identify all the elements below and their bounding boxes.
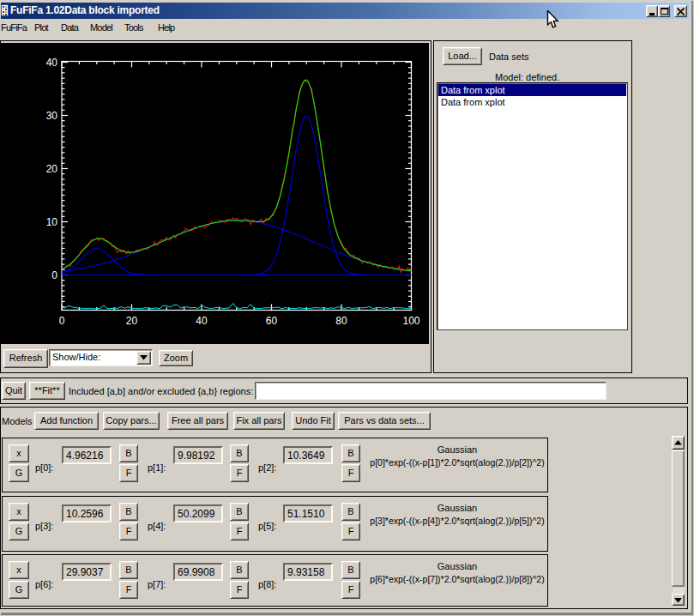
svg-text:40: 40 — [196, 315, 208, 327]
svg-text:80: 80 — [335, 315, 347, 327]
svg-text:0: 0 — [59, 315, 65, 327]
svg-text:20: 20 — [126, 315, 138, 327]
svg-text:10: 10 — [46, 216, 58, 228]
svg-text:100: 100 — [402, 315, 419, 327]
svg-text:0: 0 — [51, 269, 57, 281]
svg-text:20: 20 — [46, 163, 58, 175]
svg-text:40: 40 — [46, 57, 58, 69]
svg-text:60: 60 — [266, 315, 278, 327]
svg-text:30: 30 — [46, 110, 58, 122]
